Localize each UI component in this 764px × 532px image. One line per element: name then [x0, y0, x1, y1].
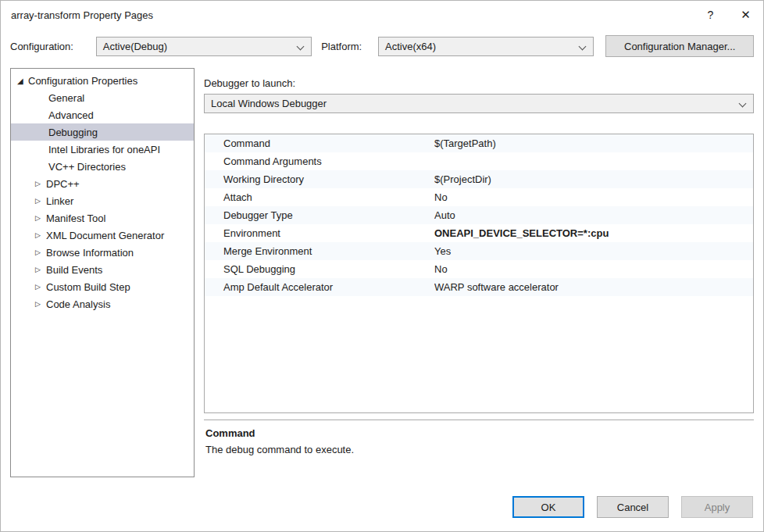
tree-item-label: Intel Libraries for oneAPI	[48, 144, 160, 155]
collapsed-arrow-icon: ▷	[35, 214, 46, 222]
platform-value: Active(x64)	[385, 41, 436, 52]
property-value[interactable]: $(ProjectDir)	[434, 173, 753, 185]
platform-label: Platform:	[321, 41, 378, 52]
property-pages-dialog: array-transform Property Pages ? ✕ Confi…	[0, 0, 764, 532]
tree-item-xml-document-generator[interactable]: ▷ XML Document Generator	[11, 227, 194, 244]
tree-item-label: XML Document Generator	[46, 230, 164, 241]
chevron-down-icon	[739, 100, 747, 108]
description-text: The debug command to execute.	[205, 444, 752, 455]
chevron-down-icon	[297, 42, 305, 50]
dialog-footer: OK Cancel Apply	[512, 496, 753, 518]
property-row-working-directory[interactable]: Working Directory $(ProjectDir)	[205, 170, 753, 188]
debugger-to-launch-label: Debugger to launch:	[204, 77, 754, 89]
property-name: Working Directory	[205, 173, 434, 185]
tree-item-label: Configuration Properties	[28, 75, 137, 87]
collapsed-arrow-icon: ▷	[35, 300, 46, 308]
collapsed-arrow-icon: ▷	[35, 180, 46, 187]
tree-item-build-events[interactable]: ▷ Build Events	[11, 261, 194, 278]
debugger-dropdown[interactable]: Local Windows Debugger	[204, 94, 754, 113]
titlebar: array-transform Property Pages ? ✕	[1, 1, 763, 29]
category-tree: ◢ Configuration Properties General Advan…	[10, 68, 195, 477]
tree-item-label: General	[48, 92, 84, 104]
tree-item-general[interactable]: General	[11, 89, 194, 106]
debugger-value: Local Windows Debugger	[211, 98, 327, 109]
window-title: array-transform Property Pages	[1, 9, 153, 21]
tree-item-label: Build Events	[46, 264, 102, 276]
tree-item-manifest-tool[interactable]: ▷ Manifest Tool	[11, 209, 194, 227]
tree-item-custom-build-step[interactable]: ▷ Custom Build Step	[11, 278, 194, 295]
collapsed-arrow-icon: ▷	[35, 231, 46, 239]
property-grid: Command $(TargetPath) Command Arguments …	[204, 134, 754, 413]
cancel-button[interactable]: Cancel	[597, 496, 669, 518]
collapsed-arrow-icon: ▷	[35, 266, 46, 273]
tree-item-label: DPC++	[46, 178, 80, 190]
tree-item-dpcpp[interactable]: ▷ DPC++	[11, 175, 194, 192]
property-value[interactable]: ONEAPI_DEVICE_SELECTOR=*:cpu	[434, 227, 753, 239]
property-name: Debugger Type	[205, 209, 434, 221]
property-value[interactable]: WARP software accelerator	[434, 281, 753, 293]
tree-item-linker[interactable]: ▷ Linker	[11, 192, 194, 209]
configuration-manager-button[interactable]: Configuration Manager...	[605, 35, 754, 57]
tree-item-debugging[interactable]: Debugging	[11, 123, 194, 141]
property-row-merge-environment[interactable]: Merge Environment Yes	[205, 242, 753, 260]
tree-item-browse-information[interactable]: ▷ Browse Information	[11, 244, 194, 261]
configuration-value: Active(Debug)	[103, 41, 167, 52]
chevron-down-icon	[579, 42, 587, 50]
close-button[interactable]: ✕	[728, 1, 763, 29]
apply-button: Apply	[681, 496, 753, 518]
tree-item-label: Manifest Tool	[46, 212, 105, 224]
property-row-sql-debugging[interactable]: SQL Debugging No	[205, 260, 753, 278]
property-name: Command	[205, 137, 434, 149]
tree-item-label: Custom Build Step	[46, 281, 130, 293]
collapsed-arrow-icon: ▷	[35, 283, 46, 291]
property-value[interactable]: $(TargetPath)	[434, 137, 753, 149]
property-name: Attach	[205, 191, 434, 203]
ok-button[interactable]: OK	[512, 496, 584, 518]
tree-item-configuration-properties[interactable]: ◢ Configuration Properties	[11, 72, 194, 89]
property-row-command-arguments[interactable]: Command Arguments	[205, 152, 753, 170]
property-row-attach[interactable]: Attach No	[205, 188, 753, 206]
tree-item-code-analysis[interactable]: ▷ Code Analysis	[11, 295, 194, 312]
configuration-row: Configuration: Active(Debug) Platform: A…	[10, 35, 754, 57]
property-row-command[interactable]: Command $(TargetPath)	[205, 134, 753, 152]
property-row-amp-default-accelerator[interactable]: Amp Default Accelerator WARP software ac…	[205, 278, 753, 296]
property-row-debugger-type[interactable]: Debugger Type Auto	[205, 206, 753, 224]
property-value[interactable]: No	[434, 191, 753, 203]
property-value[interactable]: Yes	[434, 245, 753, 257]
tree-item-label: Code Analysis	[46, 298, 110, 310]
tree-item-vcpp-directories[interactable]: VC++ Directories	[11, 158, 194, 175]
configuration-label: Configuration:	[10, 41, 96, 52]
help-button[interactable]: ?	[693, 1, 728, 29]
tree-item-intel-libraries-for-oneapi[interactable]: Intel Libraries for oneAPI	[11, 141, 194, 158]
property-value[interactable]: No	[434, 263, 753, 275]
tree-item-label: Linker	[46, 195, 73, 207]
window-controls: ? ✕	[693, 1, 763, 29]
property-name: SQL Debugging	[205, 263, 434, 275]
collapsed-arrow-icon: ▷	[35, 248, 46, 256]
collapsed-arrow-icon: ▷	[35, 197, 46, 205]
description-panel: Command The debug command to execute.	[204, 420, 754, 470]
close-icon: ✕	[741, 8, 751, 22]
description-title: Command	[205, 427, 752, 439]
property-row-environment[interactable]: Environment ONEAPI_DEVICE_SELECTOR=*:cpu	[205, 224, 753, 242]
platform-dropdown[interactable]: Active(x64)	[378, 37, 594, 56]
property-name: Environment	[205, 227, 434, 239]
debugging-panel: Debugger to launch: Local Windows Debugg…	[204, 68, 754, 470]
tree-item-label: Debugging	[48, 127, 98, 138]
property-name: Merge Environment	[205, 245, 434, 257]
property-name: Command Arguments	[205, 155, 434, 167]
tree-item-label: VC++ Directories	[48, 161, 126, 173]
tree-item-advanced[interactable]: Advanced	[11, 106, 194, 123]
tree-item-label: Browse Information	[46, 247, 134, 259]
help-icon: ?	[708, 9, 714, 21]
tree-item-label: Advanced	[48, 109, 94, 121]
property-name: Amp Default Accelerator	[205, 281, 434, 293]
configuration-dropdown[interactable]: Active(Debug)	[96, 37, 312, 56]
content-area: ◢ Configuration Properties General Advan…	[1, 68, 763, 477]
expanded-arrow-icon: ◢	[17, 77, 28, 85]
property-value[interactable]: Auto	[434, 209, 753, 221]
